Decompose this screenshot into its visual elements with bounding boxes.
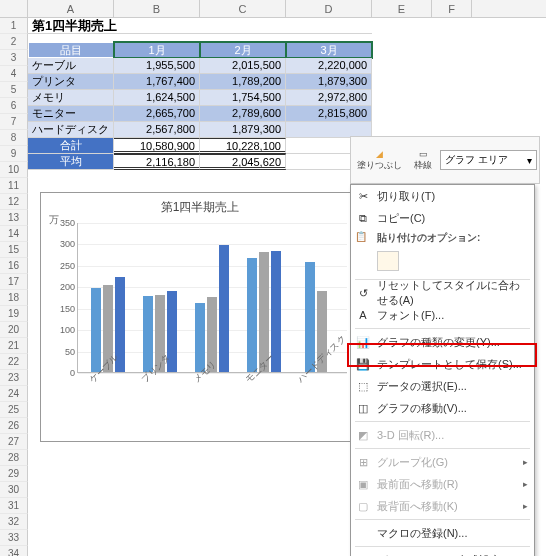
- font-icon: A: [355, 309, 371, 321]
- bar[interactable]: [91, 288, 101, 372]
- menu-select-data[interactable]: ⬚データの選択(E)...: [351, 375, 534, 397]
- cells[interactable]: 第1四半期売上 品目 1月 2月 3月 ケーブル 1,955,500 2,015…: [28, 18, 372, 170]
- menu-front: ▣最前面へ移動(R)▸: [351, 473, 534, 495]
- data-icon: ⬚: [355, 380, 371, 393]
- border-icon: ▭: [419, 149, 428, 159]
- title-cell[interactable]: 第1四半期売上: [28, 18, 372, 34]
- hdr-item[interactable]: 品目: [28, 42, 114, 58]
- template-icon: 💾: [355, 358, 371, 371]
- menu-copy[interactable]: ⧉コピー(C): [351, 207, 534, 229]
- hdr-m2[interactable]: 2月: [200, 42, 286, 58]
- border-button[interactable]: ▭枠線: [410, 147, 436, 174]
- context-menu: ✂切り取り(T) ⧉コピー(C) 📋貼り付けのオプション: ↺リセットしてスタイ…: [350, 184, 535, 556]
- total-label[interactable]: 合計: [28, 138, 114, 154]
- menu-change-type[interactable]: 📊グラフの種類の変更(Y)...: [351, 331, 534, 353]
- chart-title[interactable]: 第1四半期売上: [41, 199, 359, 216]
- table-row[interactable]: プリンタ: [28, 74, 114, 90]
- paste-options: [351, 249, 534, 277]
- chart-icon: 📊: [355, 336, 371, 349]
- table-row[interactable]: メモリ: [28, 90, 114, 106]
- menu-3d: ◩3-D 回転(R)...: [351, 424, 534, 446]
- group-icon: ⊞: [355, 456, 371, 469]
- paste-icon: 📋: [355, 231, 367, 242]
- back-icon: ▢: [355, 500, 371, 513]
- chart-area[interactable]: 第1四半期売上 万 050100150200250300350 ケーブルプリンタ…: [40, 192, 360, 442]
- avg-label[interactable]: 平均: [28, 154, 114, 170]
- chevron-down-icon: ▾: [527, 155, 532, 166]
- bar[interactable]: [195, 303, 205, 372]
- plot-area[interactable]: [77, 223, 347, 373]
- menu-reset[interactable]: ↺リセットしてスタイルに合わせる(A): [351, 282, 534, 304]
- menu-back: ▢最背面へ移動(K)▸: [351, 495, 534, 517]
- bar[interactable]: [219, 245, 229, 372]
- menu-format[interactable]: ◆グラフ エリアの書式設定(F)...: [351, 549, 534, 556]
- hdr-m3[interactable]: 3月: [286, 42, 372, 58]
- bar[interactable]: [143, 296, 153, 372]
- paste-option-1[interactable]: [377, 251, 399, 271]
- table-row[interactable]: モニター: [28, 106, 114, 122]
- bar[interactable]: [305, 262, 315, 372]
- element-combo[interactable]: グラフ エリア▾: [440, 150, 537, 170]
- menu-cut[interactable]: ✂切り取り(T): [351, 185, 534, 207]
- table-row[interactable]: ハードディスク: [28, 122, 114, 138]
- fill-button[interactable]: ◢塗りつぶし: [353, 147, 406, 174]
- bar[interactable]: [247, 258, 257, 372]
- menu-font[interactable]: Aフォント(F)...: [351, 304, 534, 326]
- hdr-m1[interactable]: 1月: [114, 42, 200, 58]
- paste-options-label: 📋貼り付けのオプション:: [351, 229, 534, 249]
- table-row[interactable]: ケーブル: [28, 58, 114, 74]
- reset-icon: ↺: [355, 287, 371, 300]
- move-icon: ◫: [355, 402, 371, 415]
- column-headers: A B C D E F: [0, 0, 546, 18]
- menu-group: ⊞グループ化(G)▸: [351, 451, 534, 473]
- scissors-icon: ✂: [355, 190, 371, 203]
- menu-save-template[interactable]: 💾テンプレートとして保存(S)...: [351, 353, 534, 375]
- bar[interactable]: [271, 251, 281, 372]
- mini-toolbar: ◢塗りつぶし ▭枠線 グラフ エリア▾: [350, 136, 540, 184]
- menu-move-chart[interactable]: ◫グラフの移動(V)...: [351, 397, 534, 419]
- menu-macro[interactable]: マクロの登録(N)...: [351, 522, 534, 544]
- rotate-icon: ◩: [355, 429, 371, 442]
- copy-icon: ⧉: [355, 212, 371, 225]
- paint-icon: ◢: [376, 149, 383, 159]
- row-headers: 1234567891011121314151617181920212223242…: [0, 18, 28, 556]
- front-icon: ▣: [355, 478, 371, 491]
